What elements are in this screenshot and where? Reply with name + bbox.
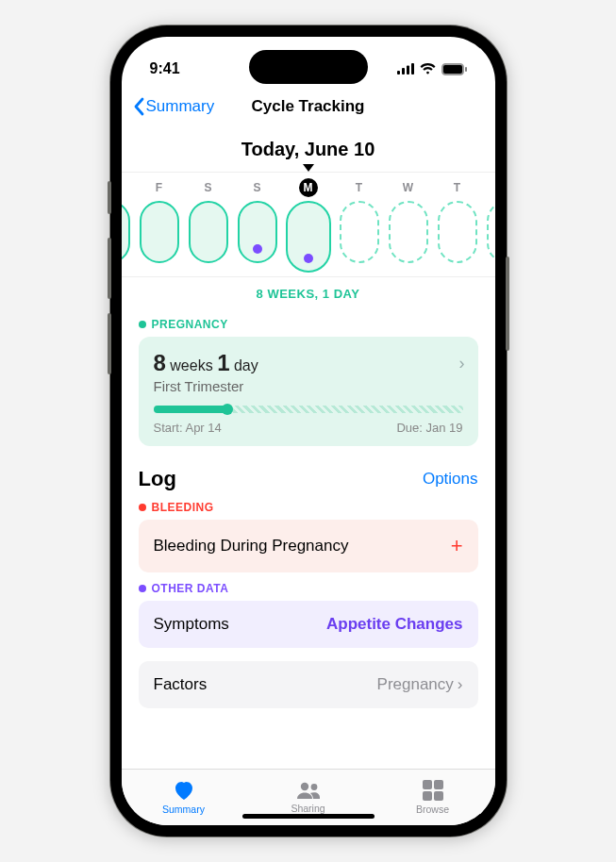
svg-point-7 bbox=[300, 783, 308, 790]
gestation-label: 8 WEEKS, 1 DAY bbox=[122, 287, 495, 301]
chevron-right-icon: › bbox=[458, 675, 463, 694]
dot-icon bbox=[139, 585, 146, 592]
other-data-header: OTHER DATA bbox=[139, 582, 478, 595]
tab-sharing-label: Sharing bbox=[291, 803, 325, 814]
options-button[interactable]: Options bbox=[423, 470, 478, 489]
symptoms-row[interactable]: Symptoms Appetite Changes bbox=[139, 601, 478, 648]
pregnancy-duration: 8 weeks 1 day bbox=[154, 350, 463, 376]
svg-rect-5 bbox=[443, 65, 462, 74]
dynamic-island bbox=[249, 50, 368, 84]
day-label: T bbox=[454, 178, 460, 197]
svg-rect-1 bbox=[402, 68, 405, 75]
plus-icon: + bbox=[451, 534, 463, 558]
day-column[interactable]: F bbox=[140, 178, 179, 263]
day-column[interactable]: T bbox=[340, 178, 379, 263]
tab-summary-label: Summary bbox=[162, 804, 205, 815]
grid-icon bbox=[423, 780, 443, 801]
day-column[interactable]: T bbox=[438, 178, 477, 263]
svg-rect-11 bbox=[423, 791, 432, 801]
pregnancy-start: Start: Apr 14 bbox=[154, 421, 222, 435]
tab-browse-label: Browse bbox=[416, 804, 449, 815]
side-button bbox=[108, 313, 111, 374]
side-button bbox=[108, 238, 111, 299]
day-pill bbox=[122, 201, 130, 263]
pregnancy-header-text: PREGNANCY bbox=[152, 318, 228, 331]
home-indicator[interactable] bbox=[242, 814, 375, 819]
pregnancy-trimester: First Trimester bbox=[154, 378, 463, 394]
nav-title: Cycle Tracking bbox=[251, 97, 364, 116]
day-pill bbox=[438, 201, 477, 263]
day-column[interactable] bbox=[122, 178, 130, 263]
log-title: Log bbox=[139, 467, 176, 491]
day-pill bbox=[140, 201, 179, 263]
svg-rect-0 bbox=[397, 71, 400, 75]
day-label: S bbox=[204, 178, 211, 197]
nav-bar: Summary Cycle Tracking bbox=[122, 90, 495, 125]
day-label: M bbox=[299, 178, 318, 197]
status-icons bbox=[397, 63, 467, 75]
day-pill bbox=[238, 201, 277, 263]
progress-knob bbox=[222, 404, 233, 415]
log-header: Log Options bbox=[139, 467, 478, 491]
day-dot-icon bbox=[253, 244, 262, 254]
people-icon bbox=[295, 781, 322, 800]
svg-point-8 bbox=[310, 784, 317, 790]
pregnancy-dates: Start: Apr 14 Due: Jan 19 bbox=[154, 421, 463, 435]
content[interactable]: Today, June 10 FSSMTWT 8 WEEKS, 1 DAY PR… bbox=[122, 125, 495, 769]
battery-icon bbox=[441, 63, 467, 75]
symptoms-value: Appetite Changes bbox=[326, 615, 463, 634]
dot-icon bbox=[139, 504, 146, 511]
date-header: Today, June 10 bbox=[122, 139, 495, 160]
bleeding-header: BLEEDING bbox=[139, 501, 478, 514]
svg-rect-3 bbox=[411, 63, 414, 75]
chevron-right-icon: › bbox=[459, 354, 465, 373]
heart-icon bbox=[173, 780, 195, 801]
screen: 9:41 Summary Cycle Tracking Today, June … bbox=[122, 37, 495, 825]
day-label: S bbox=[253, 178, 260, 197]
day-label: F bbox=[156, 178, 162, 197]
side-button bbox=[506, 257, 509, 351]
dot-icon bbox=[139, 321, 146, 328]
side-button bbox=[108, 181, 111, 214]
bleeding-row[interactable]: Bleeding During Pregnancy + bbox=[139, 520, 478, 572]
svg-rect-2 bbox=[407, 66, 409, 75]
pregnancy-progress bbox=[154, 406, 463, 413]
factors-label: Factors bbox=[154, 675, 208, 694]
bleeding-row-label: Bleeding During Pregnancy bbox=[154, 537, 349, 555]
tab-browse[interactable]: Browse bbox=[371, 770, 495, 825]
day-column[interactable]: S bbox=[238, 178, 277, 263]
day-pill bbox=[340, 201, 379, 263]
svg-rect-12 bbox=[434, 791, 443, 801]
day-label: W bbox=[403, 178, 413, 197]
tab-summary[interactable]: Summary bbox=[122, 770, 246, 825]
date-caret-icon bbox=[303, 164, 314, 172]
day-pill bbox=[189, 201, 228, 263]
progress-fill bbox=[154, 406, 228, 413]
pregnancy-due: Due: Jan 19 bbox=[396, 421, 462, 435]
svg-rect-6 bbox=[465, 67, 467, 72]
day-column[interactable]: W bbox=[389, 178, 428, 263]
wifi-icon bbox=[420, 63, 436, 75]
factors-value: Pregnancy › bbox=[377, 675, 463, 694]
day-dot-icon bbox=[304, 254, 313, 263]
day-column[interactable]: M bbox=[287, 178, 330, 273]
chevron-left-icon bbox=[133, 97, 144, 116]
svg-rect-9 bbox=[423, 780, 432, 789]
pregnancy-card[interactable]: 8 weeks 1 day First Trimester › Start: A… bbox=[139, 337, 478, 446]
cellular-icon bbox=[397, 63, 414, 75]
status-time: 9:41 bbox=[150, 60, 180, 77]
day-label: T bbox=[356, 178, 362, 197]
pregnancy-header: PREGNANCY bbox=[139, 318, 478, 331]
day-pill bbox=[389, 201, 428, 263]
factors-row[interactable]: Factors Pregnancy › bbox=[139, 661, 478, 708]
svg-rect-10 bbox=[434, 780, 443, 789]
day-pill bbox=[286, 201, 331, 273]
phone-frame: 9:41 Summary Cycle Tracking Today, June … bbox=[110, 25, 507, 837]
day-strip[interactable]: FSSMTWT bbox=[122, 172, 495, 277]
back-label: Summary bbox=[146, 97, 215, 116]
day-pill bbox=[487, 201, 495, 263]
symptoms-label: Symptoms bbox=[154, 615, 229, 634]
day-column[interactable] bbox=[487, 178, 495, 263]
day-column[interactable]: S bbox=[189, 178, 228, 263]
back-button[interactable]: Summary bbox=[133, 97, 215, 116]
